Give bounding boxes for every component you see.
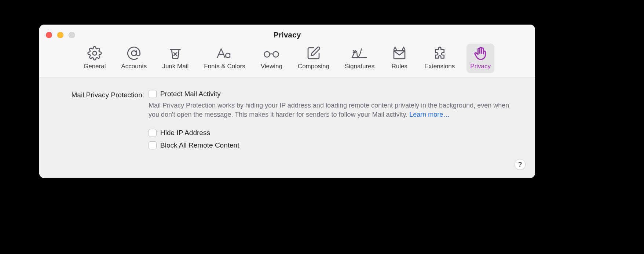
description-text: Mail Privacy Protection works by hiding … (149, 102, 509, 118)
tab-composing[interactable]: Composing (294, 44, 333, 73)
font-icon (216, 46, 233, 61)
tab-general[interactable]: General (80, 44, 109, 73)
svg-point-3 (273, 52, 279, 57)
tab-label: Fonts & Colors (204, 63, 245, 70)
help-button[interactable]: ? (515, 159, 526, 170)
gear-icon (86, 46, 103, 61)
block-remote-checkbox[interactable] (149, 141, 157, 149)
protect-mail-activity-label: Protect Mail Activity (160, 90, 221, 98)
tab-label: Junk Mail (162, 63, 189, 70)
window-title: Privacy (39, 30, 535, 39)
trash-icon (167, 46, 184, 61)
glasses-icon (263, 46, 280, 61)
tab-label: Composing (298, 63, 329, 70)
tab-label: Rules (391, 63, 407, 70)
tab-label: Privacy (470, 63, 491, 70)
tab-junk-mail[interactable]: Junk Mail (158, 44, 192, 73)
svg-point-2 (264, 52, 270, 57)
tab-privacy[interactable]: Privacy (466, 44, 494, 73)
tab-rules[interactable]: Rules (386, 44, 413, 73)
svg-point-1 (132, 51, 136, 55)
hide-ip-label: Hide IP Address (160, 129, 210, 137)
tab-label: Accounts (121, 63, 147, 70)
tab-signatures[interactable]: Signatures (341, 44, 378, 73)
hide-ip-checkbox[interactable] (149, 129, 157, 137)
block-remote-label: Block All Remote Content (160, 141, 239, 149)
preferences-window: Privacy General Account (39, 25, 535, 178)
tab-fonts-colors[interactable]: Fonts & Colors (200, 44, 249, 73)
help-glyph: ? (518, 161, 522, 168)
puzzle-icon (431, 46, 449, 61)
tab-label: Viewing (261, 63, 282, 70)
svg-point-0 (93, 51, 97, 55)
titlebar: Privacy General Account (39, 25, 535, 77)
content-pane: Mail Privacy Protection: Protect Mail Ac… (39, 77, 535, 178)
at-sign-icon (125, 46, 143, 61)
protect-description: Mail Privacy Protection works by hiding … (149, 101, 515, 119)
signature-icon (351, 46, 369, 61)
learn-more-link[interactable]: Learn more… (409, 111, 450, 118)
tab-accounts[interactable]: Accounts (117, 44, 150, 73)
protect-mail-activity-checkbox[interactable] (149, 90, 157, 98)
tab-label: Signatures (345, 63, 374, 70)
tab-label: General (84, 63, 106, 70)
section-heading: Mail Privacy Protection: (50, 90, 149, 100)
tab-extensions[interactable]: Extensions (421, 44, 458, 73)
hand-icon (472, 46, 489, 61)
tab-viewing[interactable]: Viewing (257, 44, 286, 73)
compose-icon (305, 46, 322, 61)
rules-icon (391, 46, 408, 61)
tab-label: Extensions (424, 63, 455, 70)
preferences-toolbar: General Accounts (39, 44, 535, 73)
